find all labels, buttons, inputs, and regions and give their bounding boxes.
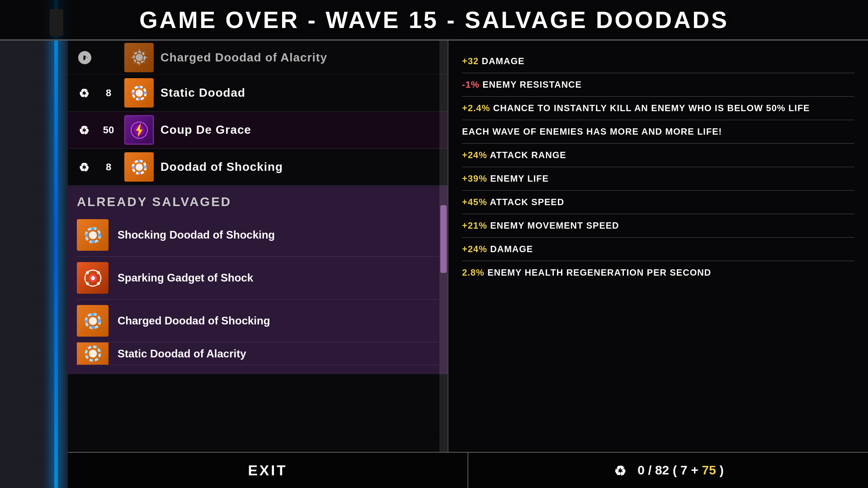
list-item[interactable]: Sparking Gadget of Shock	[77, 257, 439, 300]
svg-text:♻: ♻	[79, 161, 89, 174]
stat-row: 2.8% ENEMY HEALTH REGENERATION PER SECON…	[462, 261, 854, 284]
item-icon	[124, 78, 154, 108]
svg-point-22	[91, 227, 94, 230]
svg-point-16	[138, 160, 141, 163]
salvaged-item-icon	[77, 219, 108, 251]
stat-value: +39%	[462, 174, 490, 183]
stat-value: +21%	[462, 221, 490, 230]
salvaged-item-icon	[77, 343, 108, 365]
stat-value: -1%	[462, 80, 482, 89]
svg-point-23	[91, 240, 94, 243]
item-name: Static Doodad	[160, 86, 245, 100]
list-item[interactable]: Charged Doodad of Shocking	[77, 300, 439, 343]
svg-point-28	[91, 276, 95, 280]
stat-label: DAMAGE	[481, 56, 524, 66]
salvaged-item-name: Static Doodad of Alacrity	[118, 347, 246, 360]
stat-value: +2.4%	[462, 103, 493, 113]
svg-point-4	[136, 89, 143, 97]
already-salvaged-section: ALREADY SALVAGED Shoc	[68, 186, 448, 374]
page-title: GAME OVER - WAVE 15 - SALVAGE DOODADS	[139, 6, 729, 33]
svg-point-8	[132, 92, 135, 94]
item-count: 8	[99, 161, 118, 173]
stat-row: +24% DAMAGE	[462, 238, 854, 261]
stat-value: +24%	[462, 150, 490, 160]
svg-point-32	[97, 282, 100, 285]
list-item[interactable]: Shocking Doodad of Shocking	[77, 214, 439, 257]
salvaged-item-icon	[77, 262, 108, 294]
svg-point-31	[86, 282, 89, 285]
svg-point-1	[136, 54, 143, 61]
svg-point-29	[86, 271, 89, 274]
stat-label: ENEMY LIFE	[490, 174, 549, 183]
svg-text:♻: ♻	[79, 87, 89, 100]
svg-point-38	[98, 319, 101, 323]
recycle-icon: ♻	[77, 50, 93, 66]
stat-row: +32 DAMAGE	[462, 50, 854, 73]
stat-row: EACH WAVE OF ENEMIES HAS MORE AND MORE L…	[462, 120, 854, 144]
stat-row: -1% ENEMY RESISTANCE	[462, 73, 854, 97]
stat-value: +24%	[462, 244, 490, 254]
item-icon	[124, 152, 154, 182]
item-icon	[124, 43, 154, 72]
stat-row: +45% ATTACK SPEED	[462, 191, 854, 214]
salvage-count: 0 / 82 ( 7 + 75 )	[637, 463, 724, 478]
item-name: Charged Doodad of Alacrity	[160, 51, 327, 65]
salvaged-item-icon	[77, 305, 108, 337]
item-name: Doodad of Shocking	[160, 160, 283, 174]
item-name: Coup De Grace	[160, 123, 251, 137]
svg-text:♻: ♻	[614, 464, 626, 479]
recycle-icon: ♻	[77, 122, 93, 138]
exit-button[interactable]: EXIT	[68, 453, 468, 488]
list-item[interactable]: ♻ 8 Stat	[68, 75, 448, 112]
svg-point-25	[98, 234, 101, 237]
stat-value: 2.8%	[462, 267, 487, 277]
stat-label: ATTACK RANGE	[490, 150, 566, 160]
stat-row: +2.4% CHANCE TO INSTANTLY KILL AN ENEMY …	[462, 97, 854, 120]
stat-label: ENEMY HEALTH REGENERATION PER SECOND	[487, 267, 711, 277]
svg-point-20	[89, 231, 97, 239]
item-count: 8	[99, 87, 118, 99]
stat-row: +24% ATTACK RANGE	[462, 144, 854, 167]
list-item[interactable]: Static Doodad of Alacrity	[77, 343, 439, 365]
salvaged-item-name: Shocking Doodad of Shocking	[118, 229, 275, 241]
scrollbar[interactable]	[439, 41, 448, 452]
recycle-icon: ♻	[77, 85, 93, 101]
stat-label: CHANCE TO INSTANTLY KILL AN ENEMY WHO IS…	[493, 103, 810, 113]
salvage-info: ♻ 0 / 82 ( 7 + 75 )	[468, 461, 868, 479]
svg-text:♻: ♻	[78, 56, 83, 62]
stat-label: ENEMY MOVEMENT SPEED	[490, 221, 619, 230]
exit-label: EXIT	[248, 462, 287, 479]
salvaged-item-name: Sparking Gadget of Shock	[118, 272, 253, 284]
stat-row: +39% ENEMY LIFE	[462, 167, 854, 191]
svg-point-36	[91, 326, 94, 329]
salvage-items-list: ♻ Charged Doodad of Alacrity	[68, 41, 448, 186]
recycle-icon: ♻	[77, 159, 93, 175]
svg-point-24	[85, 234, 88, 237]
stat-row: +21% ENEMY MOVEMENT SPEED	[462, 214, 854, 238]
stat-label: ATTACK SPEED	[490, 197, 565, 207]
stat-value: +45%	[462, 197, 490, 207]
svg-point-30	[97, 271, 100, 274]
item-count: 50	[99, 124, 118, 136]
list-item[interactable]: ♻ Charged Doodad of Alacrity	[68, 41, 448, 75]
title-bar: GAME OVER - WAVE 15 - SALVAGE DOODADS	[0, 0, 868, 41]
svg-point-37	[85, 319, 88, 323]
svg-point-35	[91, 313, 94, 316]
already-salvaged-header: ALREADY SALVAGED	[77, 195, 439, 209]
svg-point-14	[136, 164, 143, 171]
stat-label: EACH WAVE OF ENEMIES HAS MORE AND MORE L…	[462, 127, 722, 136]
stat-label: DAMAGE	[490, 244, 533, 254]
stat-value: +32	[462, 56, 481, 66]
svg-text:♻: ♻	[79, 124, 89, 137]
main-content: ♻ Charged Doodad of Alacrity	[68, 41, 868, 452]
stat-label: ENEMY RESISTANCE	[482, 80, 582, 89]
lightning-decoration	[54, 0, 58, 488]
svg-point-19	[144, 166, 146, 169]
scrollbar-thumb[interactable]	[440, 205, 447, 273]
svg-point-18	[132, 166, 135, 169]
list-item[interactable]: ♻ 50 Coup De Grace	[68, 112, 448, 149]
item-icon	[124, 115, 154, 145]
list-item[interactable]: ♻ 8 Dood	[68, 149, 448, 186]
stats-panel: +32 DAMAGE -1% ENEMY RESISTANCE +2.4% CH…	[448, 41, 868, 452]
svg-point-17	[138, 172, 141, 174]
